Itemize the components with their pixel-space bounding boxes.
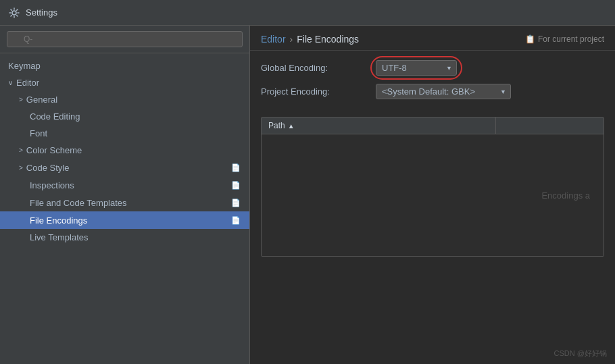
sidebar-item-live-templates[interactable]: Live Templates [0, 229, 249, 246]
file-code-templates-label: File and Code Templates [30, 198, 127, 208]
sidebar-item-file-encodings[interactable]: File Encodings 📄 [0, 211, 249, 229]
sidebar-item-editor[interactable]: ∨ Editor [0, 74, 249, 91]
inspections-file-icon: 📄 [230, 180, 241, 190]
watermark: CSDN @好好锅 [554, 348, 607, 359]
project-encoding-label: Project Encoding: [261, 86, 369, 97]
code-editing-label: Code Editing [30, 111, 80, 122]
color-scheme-label: Color Scheme [26, 145, 82, 155]
code-style-chevron-icon: > [19, 164, 23, 172]
for-current-project-icon: 📋 [525, 34, 535, 44]
file-encodings-label: File Encodings [30, 215, 87, 226]
breadcrumb-current: File Encodings [297, 34, 359, 45]
path-table-body: Encodings a [262, 134, 604, 256]
editor-label: Editor [16, 78, 39, 88]
code-style-file-icon: 📄 [230, 162, 241, 173]
search-container: Q [0, 26, 249, 53]
search-input[interactable] [7, 31, 243, 47]
for-current-project: 📋 For current project [525, 34, 604, 44]
sidebar-item-inspections[interactable]: Inspections 📄 [0, 176, 249, 194]
path-column-label: Path [268, 121, 285, 130]
for-current-project-label: For current project [538, 34, 604, 44]
file-encodings-file-icon: 📄 [230, 215, 241, 226]
sidebar-item-file-code-templates[interactable]: File and Code Templates 📄 [0, 194, 249, 211]
settings-form: Global Encoding: UTF-8 UTF-16 ISO-8859-1… [250, 51, 615, 117]
file-code-templates-file-icon: 📄 [230, 197, 241, 208]
editor-chevron-icon: ∨ [8, 79, 13, 86]
general-label: General [26, 95, 57, 105]
path-table-header: Path ▲ [262, 118, 604, 134]
window-title: Settings [26, 7, 57, 18]
encodings-column-header[interactable] [495, 118, 604, 134]
font-label: Font [30, 128, 47, 138]
main-container: Q Keymap ∨ Editor > General Code Editin [0, 26, 615, 364]
project-encoding-select[interactable]: <System Default: GBK> UTF-8 UTF-16 ISO-8… [376, 84, 511, 99]
global-encoding-label: Global Encoding: [261, 63, 369, 73]
sidebar-item-code-editing[interactable]: Code Editing [0, 108, 249, 125]
inspections-label: Inspections [30, 180, 74, 190]
project-encoding-row: Project Encoding: <System Default: GBK> … [261, 84, 604, 99]
svg-point-0 [12, 11, 16, 15]
title-bar: Settings [0, 0, 615, 26]
sidebar-item-font[interactable]: Font [0, 125, 249, 142]
settings-app-icon [8, 7, 20, 19]
global-encoding-select-wrapper: UTF-8 UTF-16 ISO-8859-1 ASCII GBK [376, 60, 457, 76]
project-encoding-select-wrapper: <System Default: GBK> UTF-8 UTF-16 ISO-8… [376, 84, 511, 99]
global-encoding-select[interactable]: UTF-8 UTF-16 ISO-8859-1 ASCII GBK [376, 60, 457, 76]
sidebar-item-code-style[interactable]: > Code Style 📄 [0, 159, 249, 176]
global-encoding-row: Global Encoding: UTF-8 UTF-16 ISO-8859-1… [261, 60, 604, 76]
sidebar-nav: Keymap ∨ Editor > General Code Editing F… [0, 53, 249, 364]
sidebar-item-keymap[interactable]: Keymap [0, 57, 249, 74]
sort-arrow-icon: ▲ [288, 122, 295, 130]
content-header: Editor › File Encodings 📋 For current pr… [250, 26, 615, 51]
breadcrumb-separator: › [290, 34, 293, 45]
breadcrumb-parent[interactable]: Editor [261, 34, 286, 45]
sidebar-item-general[interactable]: > General [0, 91, 249, 108]
path-table: Path ▲ Encodings a [261, 117, 604, 257]
utf8-highlight: UTF-8 UTF-16 ISO-8859-1 ASCII GBK [376, 60, 457, 76]
path-column-header[interactable]: Path ▲ [262, 118, 495, 134]
code-style-label: Code Style [26, 163, 70, 173]
keymap-label: Keymap [8, 61, 41, 71]
encodings-placeholder: Encodings a [541, 190, 590, 201]
sidebar-item-color-scheme[interactable]: > Color Scheme [0, 142, 249, 159]
live-templates-label: Live Templates [30, 232, 88, 242]
color-scheme-chevron-icon: > [19, 147, 23, 154]
sidebar: Q Keymap ∨ Editor > General Code Editin [0, 26, 250, 364]
search-wrapper: Q [7, 31, 243, 47]
breadcrumb: Editor › File Encodings [261, 34, 359, 45]
content-area: Editor › File Encodings 📋 For current pr… [250, 26, 615, 364]
general-chevron-icon: > [19, 96, 23, 103]
